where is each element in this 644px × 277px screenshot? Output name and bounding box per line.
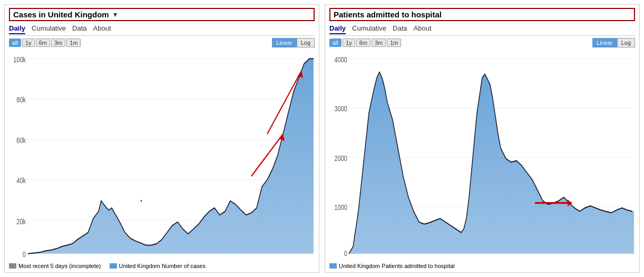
svg-text:0: 0 [23, 250, 26, 259]
svg-text:40k: 40k [16, 176, 26, 185]
svg-text:3000: 3000 [335, 104, 347, 113]
main-container: Cases in United Kingdom ▼ Daily Cumulati… [0, 0, 644, 277]
svg-text:1 Jul 2020: 1 Jul 2020 [65, 260, 90, 261]
svg-text:1 Apr 2020: 1 Apr 2020 [355, 260, 378, 261]
svg-text:100k: 100k [13, 55, 26, 64]
btn-all-left[interactable]: all [9, 39, 21, 47]
right-title-text: Patients admitted to hospital [334, 10, 442, 19]
dropdown-arrow-icon[interactable]: ▼ [112, 11, 119, 18]
svg-text:20k: 20k [16, 217, 26, 226]
svg-text:4000: 4000 [335, 55, 347, 64]
legend-color-blue-left [110, 263, 117, 269]
legend-item-blue-right: United Kingdom Patients admitted to hosp… [329, 263, 455, 269]
btn-linear-right[interactable]: Linear [592, 38, 617, 47]
svg-text:1 Jul 2021: 1 Jul 2021 [555, 260, 578, 261]
svg-marker-31 [349, 72, 634, 254]
btn-6m-right[interactable]: 6m [356, 39, 370, 47]
svg-text:2000: 2000 [335, 154, 347, 163]
svg-text:1 Jul 2020: 1 Jul 2020 [397, 260, 419, 261]
legend-item-blue-left: United Kingdom Number of cases [110, 263, 206, 269]
tab-cumulative-right[interactable]: Cumulative [352, 23, 386, 34]
left-scale-buttons: Linear Log [272, 38, 315, 47]
right-panel: Patients admitted to hospital Daily Cumu… [325, 4, 640, 273]
tab-cumulative-left[interactable]: Cumulative [32, 23, 66, 34]
svg-text:1 Jan 2021: 1 Jan 2021 [476, 260, 500, 261]
tab-about-right[interactable]: About [414, 23, 432, 34]
legend-color-gray [9, 263, 16, 269]
svg-text:60k: 60k [16, 136, 26, 145]
legend-item-gray: Most recent 5 days (incomplete) [9, 263, 101, 269]
svg-text:1 Oct 2021: 1 Oct 2021 [602, 260, 626, 261]
legend-label-hospital: United Kingdom Patients admitted to hosp… [339, 263, 455, 269]
tab-data-left[interactable]: Data [72, 23, 86, 34]
legend-label-cases: United Kingdom Number of cases [119, 263, 206, 269]
svg-text:1 Jan 2021: 1 Jan 2021 [130, 260, 156, 261]
svg-text:0: 0 [344, 249, 347, 257]
btn-all-right[interactable]: all [329, 39, 341, 47]
svg-text:80k: 80k [16, 95, 26, 104]
right-time-buttons: all 1y 6m 3m 1m [329, 39, 401, 47]
left-tabs: Daily Cumulative Data About [9, 23, 315, 36]
btn-1m-left[interactable]: 1m [66, 39, 81, 47]
left-time-buttons: all 1y 6m 3m 1m [9, 39, 81, 47]
left-panel: Cases in United Kingdom ▼ Daily Cumulati… [4, 4, 319, 273]
tab-daily-left[interactable]: Daily [9, 23, 25, 34]
right-scale-buttons: Linear Log [592, 38, 635, 47]
svg-text:1 Jul 2021: 1 Jul 2021 [218, 260, 242, 261]
svg-marker-12 [28, 59, 314, 253]
legend-label-incomplete: Most recent 5 days (incomplete) [18, 263, 101, 269]
svg-text:1000: 1000 [335, 203, 347, 212]
btn-1y-right[interactable]: 1y [343, 39, 355, 47]
legend-color-blue-right [329, 263, 337, 269]
left-panel-title: Cases in United Kingdom ▼ [9, 8, 315, 21]
right-tabs: Daily Cumulative Data About [329, 23, 635, 36]
right-panel-title: Patients admitted to hospital [329, 8, 635, 21]
svg-text:1 Oct 2020: 1 Oct 2020 [436, 260, 460, 261]
svg-text:1 Apr 2021: 1 Apr 2021 [515, 260, 539, 261]
btn-6m-left[interactable]: 6m [36, 39, 50, 47]
btn-1y-left[interactable]: 1y [22, 39, 35, 47]
left-chart-svg: 100k 80k 60k 40k 20k 0 [9, 50, 315, 261]
btn-1m-right[interactable]: 1m [387, 39, 401, 47]
right-chart-area: 4000 3000 2000 1000 0 [329, 50, 635, 261]
btn-linear-left[interactable]: Linear [272, 38, 297, 47]
tab-data-right[interactable]: Data [393, 23, 407, 34]
right-legend: United Kingdom Patients admitted to hosp… [329, 263, 635, 269]
tab-about-left[interactable]: About [93, 23, 111, 34]
btn-3m-right[interactable]: 3m [372, 39, 386, 47]
left-title-text: Cases in United Kingdom [13, 10, 109, 19]
left-controls-row: all 1y 6m 3m 1m Linear Log [9, 38, 315, 47]
btn-log-left[interactable]: Log [297, 38, 315, 47]
right-controls-row: all 1y 6m 3m 1m Linear Log [329, 38, 635, 47]
left-chart-area: 100k 80k 60k 40k 20k 0 [9, 50, 315, 261]
btn-log-right[interactable]: Log [617, 38, 635, 47]
btn-3m-left[interactable]: 3m [51, 39, 65, 47]
tab-daily-right[interactable]: Daily [329, 23, 346, 34]
right-chart-svg: 4000 3000 2000 1000 0 [329, 50, 635, 261]
left-legend: Most recent 5 days (incomplete) United K… [9, 263, 315, 269]
